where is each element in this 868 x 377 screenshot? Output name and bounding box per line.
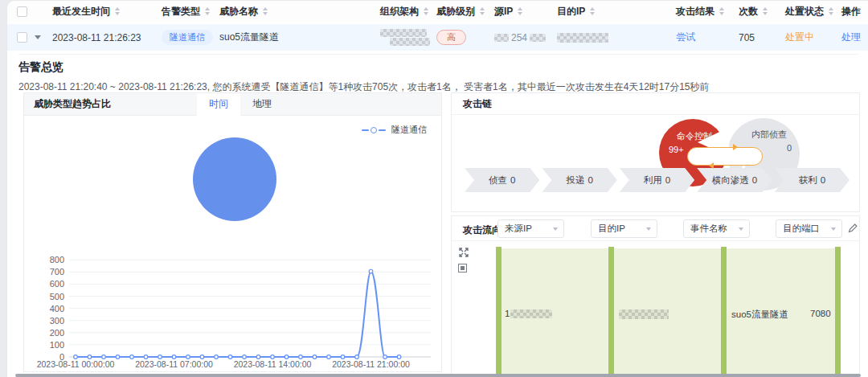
- sort-icon[interactable]: [205, 7, 210, 15]
- threat-trend-panel: 威胁类型趋势占比 时间 地理 隧道通信 01002003004005006007…: [23, 92, 442, 372]
- sort-icon[interactable]: [719, 7, 724, 15]
- svg-text:300: 300: [50, 316, 64, 326]
- attack-flow-panel: 攻击流向 来源IP 目的IP 事件名称 目的端口 1: [451, 215, 860, 377]
- alert-overview: 告警总览 2023-08-11 21:20:40 ~ 2023-08-11 21…: [18, 54, 858, 94]
- svg-text:2023-08-11 21:00:00: 2023-08-11 21:00:00: [332, 359, 410, 369]
- select-all-checkbox[interactable]: [17, 6, 27, 17]
- svg-text:700: 700: [50, 267, 64, 277]
- kill-chain-stages: 侦查0 投递0 利用0 横向渗透0 获利0: [465, 168, 850, 192]
- stage-profit: 获利0: [775, 168, 850, 192]
- sort-icon[interactable]: [829, 7, 833, 15]
- svg-text:2023-08-11 07:00:00: 2023-08-11 07:00:00: [135, 359, 213, 369]
- col-time[interactable]: 最近发生时间: [51, 5, 160, 18]
- flow-node-port[interactable]: [835, 247, 841, 377]
- trend-panel-body: 隧道通信 01002003004005006007008002023-08-11…: [24, 116, 441, 372]
- overview-title: 告警总览: [18, 60, 858, 75]
- svg-text:200: 200: [50, 328, 64, 338]
- flow-label-dest-redacted: [619, 309, 669, 319]
- handle-action-link[interactable]: 处理: [840, 31, 868, 44]
- col-dest-ip[interactable]: 目的IP: [555, 5, 674, 18]
- filter-dest-ip[interactable]: 目的IP: [591, 219, 657, 238]
- edit-pencil-icon[interactable]: [847, 223, 858, 233]
- alert-type-badge: 隧道通信: [162, 30, 213, 45]
- col-alert-type[interactable]: 告警类型: [160, 5, 218, 18]
- tab-geo[interactable]: 地理: [240, 93, 284, 116]
- svg-text:400: 400: [50, 304, 64, 313]
- trend-line-chart: 01002003004005006007008002023-08-11 00:0…: [24, 116, 443, 372]
- row-checkbox[interactable]: [17, 32, 27, 43]
- stage-recon: 侦查0: [465, 168, 539, 192]
- attack-flow-header: 攻击流向 来源IP 目的IP 事件名称 目的端口: [452, 216, 859, 241]
- threat-name: suo5流量隧道: [218, 31, 379, 44]
- row-time: 2023-08-11 21:26:23: [51, 32, 160, 43]
- org-redacted: [379, 29, 435, 46]
- source-ip-redacted: 254: [493, 32, 555, 43]
- row-expand-icon[interactable]: [35, 35, 41, 39]
- sort-icon[interactable]: [263, 7, 268, 15]
- svg-text:600: 600: [50, 279, 64, 289]
- sort-icon[interactable]: [763, 7, 768, 15]
- col-action: 操作: [840, 5, 868, 18]
- filter-event-name[interactable]: 事件名称: [683, 219, 750, 238]
- chevron-down-icon: [553, 227, 558, 231]
- stage-delivery: 投递0: [542, 168, 616, 192]
- col-count[interactable]: 次数: [737, 5, 784, 18]
- handle-status: 处置中: [784, 31, 840, 44]
- svg-text:500: 500: [50, 292, 64, 301]
- attack-flow-title: 攻击流向: [463, 223, 502, 237]
- stage-lateral: 横向渗透0: [697, 168, 772, 192]
- trend-panel-title: 威胁类型趋势占比: [24, 97, 111, 111]
- col-source-ip[interactable]: 源IP: [493, 5, 555, 18]
- stage-exploit: 利用0: [620, 168, 694, 192]
- sort-icon[interactable]: [424, 7, 428, 15]
- chevron-down-icon: [831, 227, 836, 231]
- loop-command-control: 命令控制99+: [662, 129, 727, 156]
- dashboard-card: 最近发生时间 告警类型 威胁名称 组织架构 威胁级别 源IP 目的IP 攻击结果…: [6, 0, 868, 377]
- flow-node-dest[interactable]: [608, 247, 614, 377]
- dest-ip-redacted: [555, 33, 674, 43]
- attack-flow-body: 1 suo5流量隧道 7080: [452, 241, 859, 377]
- flow-label-source-redacted: 1: [505, 309, 552, 318]
- attack-chain-panel: 攻击链 侦查0 投递0 利用0 横向渗透0 获利0 命令控制99+ 内部侦查0: [451, 92, 860, 212]
- svg-text:2023-08-11 14:00:00: 2023-08-11 14:00:00: [234, 359, 312, 369]
- col-threat-name[interactable]: 威胁名称: [218, 5, 379, 18]
- threat-level-badge: 高: [436, 30, 466, 45]
- trend-tabs: 时间 地理: [197, 93, 284, 116]
- chevron-down-icon: [739, 227, 743, 231]
- col-threat-level[interactable]: 威胁级别: [435, 5, 493, 18]
- attack-count: 705: [737, 32, 784, 43]
- fullscreen-icon[interactable]: [458, 247, 469, 258]
- attack-chain-body: 侦查0 投递0 利用0 横向渗透0 获利0 命令控制99+ 内部侦查0: [452, 115, 859, 212]
- trend-panel-header: 威胁类型趋势占比 时间 地理: [24, 93, 441, 116]
- svg-text:800: 800: [50, 255, 64, 264]
- alert-table-header: 最近发生时间 告警类型 威胁名称 组织架构 威胁级别 源IP 目的IP 攻击结果…: [7, 1, 868, 22]
- sort-icon[interactable]: [115, 7, 120, 15]
- tab-time[interactable]: 时间: [197, 93, 240, 116]
- flow-node-source[interactable]: [496, 247, 502, 377]
- horizontal-scrollbar[interactable]: [15, 374, 861, 377]
- flow-label-port: 7080: [810, 309, 831, 318]
- sort-icon[interactable]: [590, 7, 595, 15]
- col-attack-result[interactable]: 攻击结果: [674, 5, 737, 18]
- attack-chain-title: 攻击链: [463, 97, 492, 111]
- chevron-down-icon: [646, 227, 651, 231]
- svg-text:100: 100: [50, 340, 64, 350]
- alert-table-row[interactable]: 2023-08-11 21:26:23 隧道通信 suo5流量隧道 高 254 …: [7, 24, 868, 51]
- filter-source-ip[interactable]: 来源IP: [497, 219, 564, 238]
- flow-label-event: suo5流量隧道: [731, 309, 788, 321]
- svg-text:2023-08-11 00:00:00: 2023-08-11 00:00:00: [37, 359, 115, 369]
- col-org[interactable]: 组织架构: [379, 5, 435, 18]
- restore-view-icon[interactable]: [458, 264, 467, 273]
- header-select-all[interactable]: [7, 6, 33, 17]
- loop-internal-recon: 内部侦查0: [737, 128, 801, 154]
- col-handle-status[interactable]: 处置状态: [784, 5, 840, 18]
- flow-node-event[interactable]: [721, 247, 727, 377]
- sort-icon[interactable]: [518, 7, 522, 15]
- filter-dest-port[interactable]: 目的端口: [776, 219, 842, 238]
- attack-result: 尝试: [674, 31, 737, 44]
- sort-icon[interactable]: [480, 7, 485, 15]
